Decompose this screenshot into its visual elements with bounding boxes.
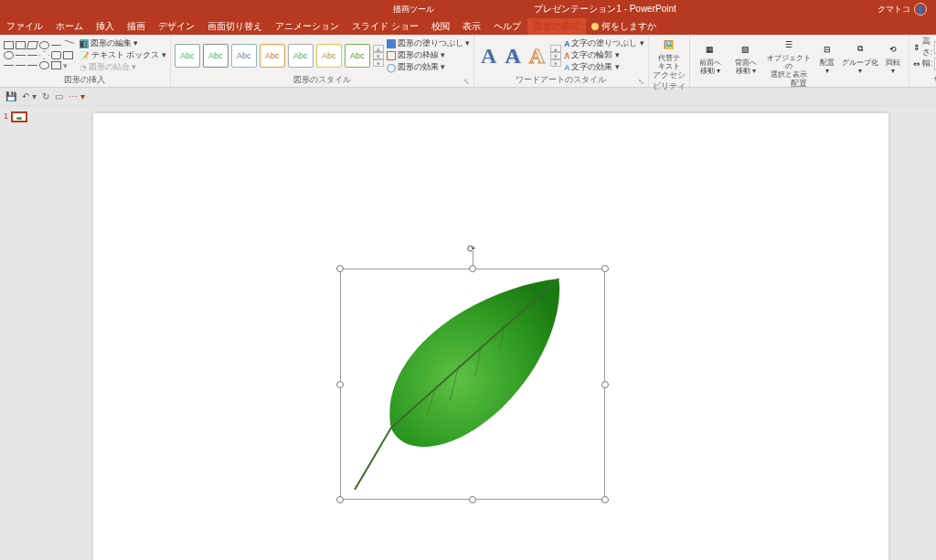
bring-forward-icon: ▦ bbox=[702, 41, 718, 58]
selection-box[interactable]: ⟳ bbox=[340, 269, 605, 500]
wordart-preset-2[interactable]: A bbox=[502, 44, 523, 69]
style-preset-6[interactable]: Abc bbox=[316, 44, 342, 68]
quick-access-toolbar: 💾 ↶ ▾ ↻ ▭ ⋯ ▾ bbox=[0, 88, 936, 106]
redo-button[interactable]: ↻ bbox=[42, 91, 49, 101]
group-label-insert-shapes: 図形の挿入 bbox=[4, 75, 166, 87]
textbox-button[interactable]: 📝テキスト ボックス ▾ bbox=[80, 50, 166, 62]
group-wordart-styles: A A A ▴▾▾ A文字の塗りつぶし ▾ A文字の輪郭 ▾ A文字の効果 ▾ … bbox=[474, 35, 649, 87]
tab-animations[interactable]: アニメーション bbox=[269, 18, 346, 35]
tab-slideshow[interactable]: スライド ショー bbox=[346, 18, 425, 35]
rotate-button[interactable]: ⟲回転 ▾ bbox=[881, 41, 905, 75]
height-label: 高さ: bbox=[922, 37, 932, 58]
user-avatar-icon: 👤 bbox=[914, 3, 927, 16]
slide-editor[interactable]: ⟳ bbox=[46, 106, 936, 560]
wordart-launcher[interactable]: ⤡ bbox=[638, 78, 644, 86]
width-label: 幅: bbox=[922, 58, 932, 69]
group-icon: ⧉ bbox=[852, 41, 868, 58]
group-button[interactable]: ⧉グループ化 ▾ bbox=[842, 41, 878, 75]
wordart-gallery-scroll[interactable]: ▴▾▾ bbox=[550, 45, 561, 67]
contextual-tab-title: 描画ツール bbox=[393, 4, 434, 16]
menu-tabs: ファイル ホーム 挿入 描画 デザイン 画面切り替え アニメーション スライド … bbox=[0, 18, 936, 35]
start-slideshow-button[interactable]: ▭ bbox=[55, 91, 63, 101]
tab-format[interactable]: 図形の書式 bbox=[527, 18, 586, 35]
tell-me[interactable]: 何をしますか bbox=[586, 18, 662, 35]
selection-pane-button[interactable]: ☰オブジェクトの 選択と表示 bbox=[765, 37, 813, 79]
height-row: ⇕ 高さ: ▴▾ bbox=[913, 40, 936, 55]
style-gallery-scroll[interactable]: ▴▾▾ bbox=[373, 45, 384, 67]
group-accessibility: 🖼️ 代替テ キスト アクセシビリティ bbox=[649, 35, 690, 87]
send-backward-button[interactable]: ▧背面へ 移動 ▾ bbox=[729, 41, 762, 75]
group-shape-styles: Abc Abc Abc Abc Abc Abc Abc ▴▾▾ 図形の塗りつぶし… bbox=[171, 35, 474, 87]
align-icon: ⊟ bbox=[819, 41, 835, 58]
tab-file[interactable]: ファイル bbox=[0, 18, 49, 35]
rotation-handle[interactable]: ⟳ bbox=[467, 243, 478, 254]
align-button[interactable]: ⊟配置 ▾ bbox=[815, 41, 839, 75]
edit-shape-button[interactable]: ◧図形の編集 ▾ bbox=[80, 38, 166, 50]
alt-text-icon: 🖼️ bbox=[661, 37, 677, 53]
text-outline-button[interactable]: A文字の輪郭 ▾ bbox=[564, 50, 644, 62]
shape-fill-stack: 図形の塗りつぶし ▾ 図形の枠線 ▾ ◯図形の効果 ▾ bbox=[387, 38, 470, 74]
lightbulb-icon bbox=[591, 23, 599, 30]
thumb-preview bbox=[11, 111, 27, 122]
tab-insert[interactable]: 挿入 bbox=[90, 18, 121, 35]
send-backward-icon: ▧ bbox=[738, 41, 754, 58]
user-account[interactable]: クマトコ 👤 bbox=[878, 3, 927, 16]
style-preset-1[interactable]: Abc bbox=[175, 44, 200, 68]
shape-fill-button[interactable]: 図形の塗りつぶし ▾ bbox=[387, 38, 470, 50]
shape-outline-button[interactable]: 図形の枠線 ▾ bbox=[387, 50, 470, 62]
thumbnail-panel: 1 bbox=[0, 106, 46, 560]
alt-text-button[interactable]: 🖼️ 代替テ キスト bbox=[653, 37, 686, 70]
thumb-number: 1 bbox=[4, 111, 8, 121]
text-fill-button[interactable]: A文字の塗りつぶし ▾ bbox=[564, 38, 644, 50]
width-row: ⇔ 幅: ▴▾ bbox=[913, 57, 936, 71]
wordart-preset-1[interactable]: A bbox=[478, 44, 499, 69]
tab-help[interactable]: ヘルプ bbox=[487, 18, 527, 35]
shape-styles-launcher[interactable]: ⤡ bbox=[463, 78, 470, 86]
height-icon: ⇕ bbox=[913, 43, 920, 52]
group-label-size: サイズ⤡ bbox=[913, 75, 936, 87]
save-button[interactable]: 💾 bbox=[5, 91, 16, 101]
style-preset-3[interactable]: Abc bbox=[231, 44, 257, 68]
undo-button[interactable]: ↶ ▾ bbox=[22, 91, 37, 101]
width-icon: ⇔ bbox=[913, 59, 920, 69]
shape-effects-button[interactable]: ◯図形の効果 ▾ bbox=[387, 62, 470, 74]
group-label-wordart: ワードアートのスタイル⤡ bbox=[478, 75, 644, 87]
qat-more-button[interactable]: ⋯ ▾ bbox=[69, 91, 85, 101]
style-preset-7[interactable]: Abc bbox=[345, 44, 370, 68]
group-label-arrange: 配置 bbox=[694, 79, 905, 90]
group-label-shape-styles: 図形のスタイル⤡ bbox=[175, 75, 470, 87]
merge-shapes-button: ◔図形の結合 ▾ bbox=[80, 62, 166, 74]
group-label-access: アクセシビリティ bbox=[653, 70, 686, 93]
tell-me-label: 何をしますか bbox=[601, 21, 656, 33]
wordart-preset-3[interactable]: A bbox=[526, 44, 548, 69]
tab-view[interactable]: 表示 bbox=[456, 18, 487, 35]
shape-edit-stack: ◧図形の編集 ▾ 📝テキスト ボックス ▾ ◔図形の結合 ▾ bbox=[80, 38, 166, 74]
group-arrange: ▦前面へ 移動 ▾ ▧背面へ 移動 ▾ ☰オブジェクトの 選択と表示 ⊟配置 ▾… bbox=[690, 35, 909, 87]
style-preset-4[interactable]: Abc bbox=[260, 44, 285, 68]
tab-transitions[interactable]: 画面切り替え bbox=[201, 18, 269, 35]
group-size: ⇕ 高さ: ▴▾ ⇔ 幅: ▴▾ サイズ⤡ bbox=[909, 35, 936, 87]
slide-canvas[interactable]: ⟳ bbox=[93, 113, 888, 560]
style-preset-2[interactable]: Abc bbox=[203, 44, 229, 68]
bring-forward-button[interactable]: ▦前面へ 移動 ▾ bbox=[694, 41, 727, 75]
leaf-shape[interactable] bbox=[341, 269, 604, 499]
tab-home[interactable]: ホーム bbox=[49, 18, 90, 35]
workspace: 1 ⟳ bbox=[0, 106, 936, 560]
tab-review[interactable]: 校閲 bbox=[425, 18, 456, 35]
tab-draw[interactable]: 描画 bbox=[121, 18, 152, 35]
group-insert-shapes: ▾ ◧図形の編集 ▾ 📝テキスト ボックス ▾ ◔図形の結合 ▾ 図形の挿入 bbox=[0, 35, 171, 87]
slide-thumbnail-1[interactable]: 1 bbox=[4, 111, 42, 122]
text-fill-stack: A文字の塗りつぶし ▾ A文字の輪郭 ▾ A文字の効果 ▾ bbox=[564, 38, 644, 74]
document-title: プレゼンテーション1 - PowerPoint bbox=[457, 3, 753, 16]
user-name-label: クマトコ bbox=[878, 4, 910, 16]
rotate-icon: ⟲ bbox=[885, 41, 901, 58]
style-preset-5[interactable]: Abc bbox=[288, 44, 314, 68]
title-bar: 描画ツール プレゼンテーション1 - PowerPoint クマトコ 👤 bbox=[0, 0, 936, 18]
shapes-gallery[interactable]: ▾ bbox=[4, 41, 77, 70]
tab-design[interactable]: デザイン bbox=[152, 18, 201, 35]
selection-pane-icon: ☰ bbox=[781, 37, 797, 53]
text-effects-button[interactable]: A文字の効果 ▾ bbox=[564, 62, 644, 74]
ribbon: ▾ ◧図形の編集 ▾ 📝テキスト ボックス ▾ ◔図形の結合 ▾ 図形の挿入 A… bbox=[0, 35, 936, 88]
